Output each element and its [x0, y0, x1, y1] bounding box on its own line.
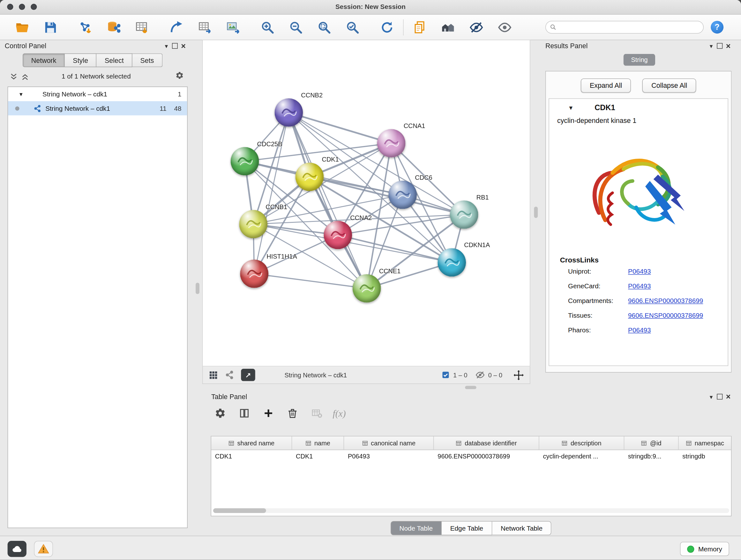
results-panel-collapse-button[interactable]: ▾ [707, 42, 716, 50]
gene-details-card: ▼ CDK1 cyclin-dependent kinase 1 [549, 98, 728, 366]
grid-view-button[interactable] [208, 370, 218, 380]
crosslink-link-uniprot[interactable]: P06493 [628, 267, 651, 275]
import-network-database-button[interactable] [99, 17, 128, 38]
apply-layout-button[interactable] [373, 17, 401, 38]
network-edges[interactable] [203, 40, 530, 367]
zoom-selected-button[interactable] [338, 17, 367, 38]
cell-namespace[interactable]: stringdb [679, 453, 731, 460]
crosslink-link-pharos[interactable]: P06493 [628, 326, 651, 334]
network-node-CDC25B[interactable] [231, 147, 259, 176]
column-header-id[interactable]: @id [624, 436, 678, 449]
results-panel-float-button[interactable] [716, 42, 724, 50]
tab-network-table[interactable]: Network Table [492, 521, 551, 535]
control-panel-close-button[interactable]: × [179, 42, 188, 50]
column-header-shared-name[interactable]: shared name [211, 436, 292, 449]
network-node-CDKN1A[interactable] [437, 248, 466, 276]
home-button[interactable] [434, 17, 462, 38]
selected-checkbox-icon[interactable] [441, 371, 450, 379]
network-node-CCNB1[interactable] [239, 210, 267, 239]
tab-select[interactable]: Select [97, 53, 132, 67]
export-network-button[interactable] [162, 17, 191, 38]
zoom-fit-button[interactable] [310, 17, 338, 38]
help-button[interactable]: ? [711, 21, 724, 34]
create-column-button[interactable] [260, 405, 276, 421]
scrollbar-thumb[interactable] [213, 508, 266, 513]
tree-caret-icon[interactable]: ▼ [18, 91, 23, 97]
network-node-CCNA1[interactable] [377, 129, 406, 158]
network-options-button[interactable] [175, 71, 184, 79]
control-panel-collapse-button[interactable]: ▾ [162, 42, 171, 50]
network-canvas[interactable]: CCNB2CCNA1CDC25BCDK1CDC6RB1CCNB1CCNA2CDK… [202, 40, 530, 366]
zoom-out-button[interactable] [282, 17, 310, 38]
cell-id[interactable]: stringdb:9... [624, 453, 678, 460]
table-panel-float-button[interactable] [716, 392, 724, 401]
maximize-icon [717, 43, 723, 49]
pan-crosshair-icon[interactable] [513, 369, 524, 380]
network-node-HIST1H1A[interactable] [240, 260, 268, 288]
network-node-CCNB2[interactable] [274, 98, 303, 127]
crosslink-link-genecard[interactable]: P06493 [628, 282, 651, 290]
gene-collapse-caret[interactable]: ▼ [568, 105, 574, 111]
zoom-out-icon [289, 20, 303, 34]
export-image-button[interactable] [219, 17, 247, 38]
network-node-RB1[interactable] [450, 200, 478, 229]
cloud-button[interactable] [8, 541, 26, 557]
crosslink-link-tissues[interactable]: 9606.ENSP00000378699 [628, 311, 703, 319]
network-node-CCNA2[interactable] [324, 221, 352, 249]
memory-button[interactable]: Memory [680, 542, 729, 556]
results-panel-close-button[interactable]: × [724, 42, 733, 50]
export-table-button[interactable] [191, 17, 219, 38]
column-header-description[interactable]: description [539, 436, 624, 449]
network-node-CDK1[interactable] [295, 163, 324, 191]
crosslink-link-compartments[interactable]: 9606.ENSP00000378699 [628, 297, 703, 304]
cell-database-identifier[interactable]: 9606.ENSP00000378699 [434, 453, 539, 460]
column-header-name[interactable]: name [292, 436, 344, 449]
cell-shared-name[interactable]: CDK1 [211, 453, 292, 460]
delete-column-button[interactable] [284, 405, 300, 421]
hide-selected-button[interactable] [462, 17, 490, 38]
import-table-button[interactable] [128, 17, 156, 38]
network-node-CCNE1[interactable] [353, 274, 381, 303]
table-options-button[interactable] [212, 405, 228, 421]
tab-style[interactable]: Style [65, 53, 97, 67]
cell-canonical-name[interactable]: P06493 [344, 453, 434, 460]
right-splitter[interactable] [534, 206, 538, 218]
tab-edge-table[interactable]: Edge Table [442, 521, 492, 535]
open-session-button[interactable] [8, 17, 37, 38]
tab-string[interactable]: String [623, 54, 656, 66]
left-splitter[interactable] [196, 283, 199, 294]
expand-all-button[interactable]: Expand All [581, 78, 631, 92]
horizontal-scrollbar[interactable] [213, 508, 729, 513]
tab-node-table[interactable]: Node Table [390, 521, 442, 535]
grid-icon [208, 370, 218, 380]
column-header-namespace[interactable]: namespac [679, 436, 731, 449]
zoom-in-button[interactable] [253, 17, 282, 38]
table-panel-close-button[interactable]: × [724, 392, 733, 401]
cell-description[interactable]: cyclin-dependent ... [539, 453, 624, 460]
save-session-button[interactable] [37, 17, 65, 38]
memory-status-dot [687, 545, 694, 552]
network-row-selected[interactable]: String Network – cdk1 11 48 [8, 101, 187, 115]
tab-sets[interactable]: Sets [132, 53, 162, 67]
hidden-eye-slash-icon[interactable] [475, 370, 485, 380]
cell-name[interactable]: CDK1 [292, 453, 344, 460]
copy-document-button[interactable] [406, 17, 434, 38]
show-all-button[interactable] [490, 17, 519, 38]
show-columns-button[interactable] [236, 405, 252, 421]
table-panel-collapse-button[interactable]: ▾ [707, 392, 716, 401]
network-collection-row[interactable]: ▼ String Network – cdk1 1 [8, 87, 187, 101]
table-row[interactable]: CDK1 CDK1 P06493 9606.ENSP00000378699 cy… [211, 450, 731, 463]
column-header-canonical-name[interactable]: canonical name [344, 436, 434, 449]
tab-network[interactable]: Network [23, 53, 65, 67]
network-node-CDC6[interactable] [388, 181, 417, 209]
column-header-database-identifier[interactable]: database identifier [434, 436, 539, 449]
open-in-window-button[interactable] [241, 369, 255, 381]
control-panel-float-button[interactable] [171, 42, 179, 50]
import-network-file-button[interactable] [71, 17, 99, 38]
function-builder-button[interactable]: f(x) [333, 405, 346, 421]
search-input[interactable] [559, 23, 699, 31]
share-network-button[interactable] [225, 370, 234, 380]
collapse-all-button[interactable]: Collapse All [643, 78, 696, 92]
horizontal-splitter[interactable] [465, 386, 476, 389]
warnings-button[interactable] [34, 541, 53, 557]
